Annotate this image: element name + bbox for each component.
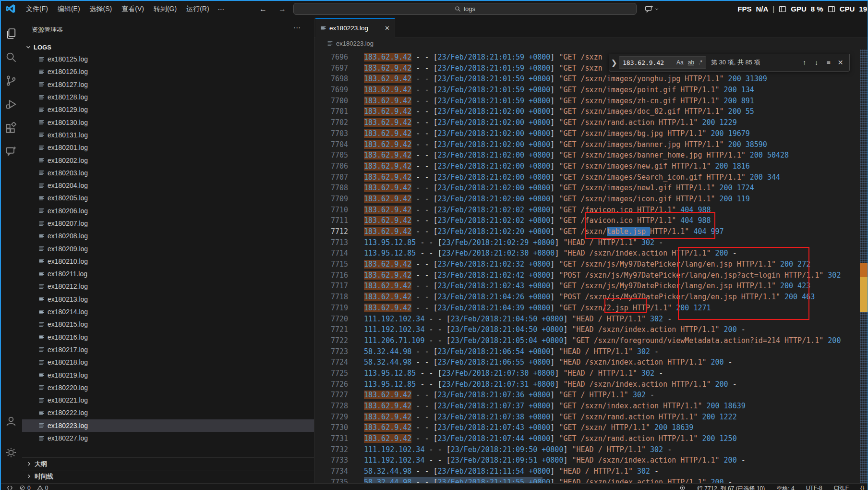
- list-item-ex180203-log[interactable]: ex180203.log: [22, 167, 314, 179]
- files-icon: [5, 28, 17, 39]
- sidebar-title: 资源管理器: [32, 25, 63, 34]
- list-item-ex180206-log[interactable]: ex180206.log: [22, 205, 314, 217]
- account-icon: [5, 416, 17, 427]
- eol-sequence[interactable]: CRLF: [834, 485, 849, 490]
- line-content: 183.62.9.42 - - [23/Feb/2018:21:01:59 +0…: [364, 63, 603, 74]
- menu-item-2[interactable]: 选择(S): [85, 3, 117, 15]
- menu-more-button[interactable]: ⋯: [214, 3, 229, 15]
- list-item-ex180221-log[interactable]: ex180221.log: [22, 394, 314, 406]
- chat-button[interactable]: [645, 0, 659, 18]
- menu-item-1[interactable]: 编辑(E): [53, 3, 85, 15]
- tab-ex180223-log[interactable]: ex180223.log ✕: [315, 18, 395, 37]
- activity-account[interactable]: [0, 409, 22, 433]
- find-input[interactable]: 183.62.9.42 Aa ab .*: [619, 56, 706, 69]
- activity-run-debug[interactable]: [0, 92, 22, 116]
- log-file-icon: [38, 346, 45, 353]
- breadcrumb[interactable]: ex180223.log: [314, 37, 868, 49]
- language-mode[interactable]: {}: [860, 485, 864, 490]
- problems-errors[interactable]: 0: [19, 485, 31, 490]
- timeline-section[interactable]: 时间线: [22, 470, 314, 482]
- file-name: ex180218.log: [48, 358, 88, 366]
- previous-match-button[interactable]: ↑: [798, 59, 810, 66]
- activity-source-control[interactable]: [0, 69, 22, 92]
- list-item-ex180128-log[interactable]: ex180128.log: [22, 91, 314, 103]
- line-number: 7731: [314, 433, 348, 444]
- menu-item-3[interactable]: 查看(V): [117, 3, 149, 15]
- list-item-ex180208-log[interactable]: ex180208.log: [22, 230, 314, 242]
- line-content: 58.32.44.98 - - [23/Feb/2018:21:06:55 +0…: [364, 357, 733, 368]
- whole-word-toggle[interactable]: ab: [687, 59, 696, 66]
- list-item-ex180202-log[interactable]: ex180202.log: [22, 154, 314, 166]
- activity-chat[interactable]: [0, 139, 22, 163]
- list-item-ex180223-log[interactable]: ex180223.log: [22, 419, 314, 432]
- log-file-icon: [38, 397, 45, 404]
- line-content: 183.62.9.42 - - [23/Feb/2018:21:04:39 +0…: [364, 303, 711, 314]
- list-item-ex180209-log[interactable]: ex180209.log: [22, 242, 314, 255]
- next-match-button[interactable]: ↓: [810, 59, 822, 66]
- warning-icon: [37, 485, 43, 490]
- cursor-position[interactable]: 行 7712, 列 67 (已选择 10): [697, 485, 765, 490]
- regex-toggle[interactable]: .*: [697, 59, 704, 66]
- list-item-ex180127-log[interactable]: ex180127.log: [22, 78, 314, 91]
- menu-item-0[interactable]: 文件(F): [21, 3, 53, 15]
- list-item-ex180214-log[interactable]: ex180214.log: [22, 306, 314, 318]
- list-item-ex180217-log[interactable]: ex180217.log: [22, 343, 314, 356]
- list-item-ex180131-log[interactable]: ex180131.log: [22, 129, 314, 141]
- circle-plus-icon[interactable]: [679, 485, 686, 490]
- find-in-selection-button[interactable]: ≡: [822, 59, 834, 66]
- log-line: 773558.32.44.98 - - [23/Feb/2018:21:11:5…: [314, 477, 868, 483]
- list-item-ex180130-log[interactable]: ex180130.log: [22, 116, 314, 128]
- activity-settings[interactable]: [0, 441, 22, 464]
- activity-extensions[interactable]: [0, 116, 22, 139]
- forward-arrow-icon[interactable]: →: [278, 0, 286, 18]
- list-item-ex180227-log[interactable]: ex180227.log: [22, 432, 314, 444]
- list-item-ex180215-log[interactable]: ex180215.log: [22, 318, 314, 331]
- list-item-ex180201-log[interactable]: ex180201.log: [22, 141, 314, 154]
- toggle-replace-chevron-icon[interactable]: ❯: [609, 58, 619, 67]
- list-item-ex180213-log[interactable]: ex180213.log: [22, 293, 314, 306]
- list-item-ex180210-log[interactable]: ex180210.log: [22, 255, 314, 268]
- list-item-ex180205-log[interactable]: ex180205.log: [22, 192, 314, 204]
- error-icon: [19, 485, 25, 490]
- outline-section[interactable]: 大纲: [22, 457, 314, 470]
- list-item-ex180220-log[interactable]: ex180220.log: [22, 381, 314, 394]
- remote-icon[interactable]: [7, 485, 13, 490]
- close-find-button[interactable]: ✕: [834, 59, 846, 66]
- file-name: ex180201.log: [48, 144, 88, 151]
- list-item-ex180126-log[interactable]: ex180126.log: [22, 65, 314, 78]
- activity-search[interactable]: [0, 45, 22, 69]
- match-case-toggle[interactable]: Aa: [675, 59, 685, 66]
- activity-explorer[interactable]: [0, 22, 22, 45]
- list-item-ex180212-log[interactable]: ex180212.log: [22, 280, 314, 293]
- layout-sidebar-icon[interactable]: [828, 5, 835, 13]
- encoding[interactable]: UTF-8: [806, 485, 822, 490]
- list-item-ex180211-log[interactable]: ex180211.log: [22, 268, 314, 280]
- problems-warnings[interactable]: 0: [37, 485, 48, 490]
- list-item-ex180129-log[interactable]: ex180129.log: [22, 103, 314, 116]
- list-item-ex180222-log[interactable]: ex180222.log: [22, 406, 314, 419]
- list-item-ex180125-log[interactable]: ex180125.log: [22, 53, 314, 65]
- close-icon[interactable]: ✕: [384, 24, 391, 32]
- list-item-ex180207-log[interactable]: ex180207.log: [22, 217, 314, 230]
- folder-section-logs[interactable]: LOGS: [22, 41, 314, 53]
- command-center-search[interactable]: logs: [293, 3, 637, 15]
- log-line: 7725113.95.12.85 - - [23/Feb/2018:21:07:…: [314, 368, 868, 379]
- back-arrow-icon[interactable]: ←: [259, 0, 267, 18]
- editor-group: ex180223.log ✕ ex180223.log 7696183.62.9…: [314, 18, 868, 483]
- list-item-ex180216-log[interactable]: ex180216.log: [22, 331, 314, 343]
- file-name: ex180215.log: [48, 320, 88, 328]
- log-file-icon: [38, 183, 45, 189]
- list-item-ex180204-log[interactable]: ex180204.log: [22, 179, 314, 192]
- sidebar-more-actions-button[interactable]: ⋯: [293, 24, 301, 32]
- minimap[interactable]: [860, 49, 868, 483]
- file-name: ex180207.log: [48, 220, 88, 227]
- menu-item-5[interactable]: 运行(R): [181, 3, 214, 15]
- menu-item-4[interactable]: 转到(G): [149, 3, 181, 15]
- line-number: 7702: [314, 117, 348, 128]
- file-name: ex180220.log: [48, 384, 88, 392]
- layout-panel-icon[interactable]: [779, 5, 786, 13]
- indentation[interactable]: 空格: 4: [776, 485, 794, 490]
- list-item-ex180218-log[interactable]: ex180218.log: [22, 356, 314, 368]
- activity-bar-top: [0, 22, 22, 163]
- list-item-ex180219-log[interactable]: ex180219.log: [22, 368, 314, 381]
